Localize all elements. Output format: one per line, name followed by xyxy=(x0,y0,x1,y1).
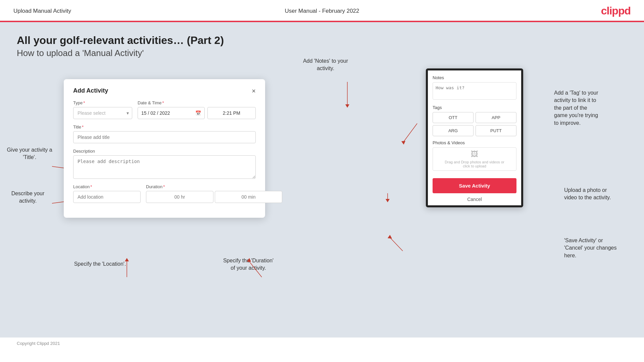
annotation-tags: Add a 'Tag' to youractivity to link it t… xyxy=(554,89,631,127)
photo-drop-zone[interactable]: 🖼 Drag and Drop photos and videos orclic… xyxy=(433,147,516,171)
type-select-wrapper: Please select ▾ xyxy=(73,107,132,119)
duration-inputs xyxy=(146,191,282,203)
photos-label: Photos & Videos xyxy=(433,140,516,145)
datetime-label: Date & Time* xyxy=(138,100,256,105)
photo-drop-text: Drag and Drop photos and videos orclick … xyxy=(445,160,504,168)
type-group: Type* Please select ▾ xyxy=(73,100,132,119)
type-label: Type* xyxy=(73,100,132,105)
svg-line-18 xyxy=(389,237,403,251)
notes-input[interactable] xyxy=(433,82,516,100)
photo-icon: 🖼 xyxy=(471,150,478,159)
annotation-title: Give your activity a'Title'. xyxy=(6,146,53,161)
annotation-description: Describe youractivity. xyxy=(6,190,50,205)
annotation-upload: Upload a photo orvideo to the activity. xyxy=(564,187,631,202)
annotation-notes: Add 'Notes' to youractivity. xyxy=(292,57,359,72)
type-select[interactable]: Please select xyxy=(73,107,132,119)
annotation-location: Specify the 'Location'. xyxy=(73,260,127,268)
tags-label: Tags xyxy=(433,105,516,110)
add-activity-dialog: Add Activity × Type* Please select ▾ Dat… xyxy=(64,79,265,218)
datetime-group: Date & Time* 15 / 02 / 2022 📅 2:21 PM xyxy=(138,100,256,119)
dialog-title: Add Activity xyxy=(73,87,108,94)
tags-grid: OTT APP ARG PUTT xyxy=(433,112,516,136)
title-group: Title* xyxy=(73,124,256,143)
svg-line-14 xyxy=(403,123,417,143)
top-bar: Upload Manual Activity User Manual - Feb… xyxy=(0,0,644,21)
title-input[interactable] xyxy=(73,131,256,143)
description-group: Description xyxy=(73,149,256,179)
page-subtitle: How to upload a 'Manual Activity' xyxy=(17,48,627,58)
copyright-text: Copyright Clippd 2021 xyxy=(17,341,60,346)
notes-label: Notes xyxy=(433,75,516,80)
duration-hr-input[interactable] xyxy=(146,191,213,203)
logo: clippd xyxy=(601,5,631,17)
date-value: 15 / 02 / 2022 xyxy=(141,110,170,116)
svg-marker-13 xyxy=(345,104,349,108)
tag-app[interactable]: APP xyxy=(476,112,516,123)
svg-marker-19 xyxy=(388,235,392,239)
cancel-link[interactable]: Cancel xyxy=(428,193,521,205)
tag-arg[interactable]: ARG xyxy=(433,125,474,136)
save-activity-button[interactable]: Save Activity xyxy=(433,178,516,193)
page-label: Upload Manual Activity xyxy=(13,8,71,14)
duration-min-input[interactable] xyxy=(215,191,282,203)
form-row-type-date: Type* Please select ▾ Date & Time* 15 / … xyxy=(73,100,256,119)
date-time-inputs: 15 / 02 / 2022 📅 2:21 PM xyxy=(138,107,256,119)
title-label: Title* xyxy=(73,124,256,130)
tag-ott[interactable]: OTT xyxy=(433,112,474,123)
location-input[interactable] xyxy=(73,191,141,203)
phone-inner: Notes Tags OTT APP ARG PUTT Photos & Vid… xyxy=(428,70,521,171)
duration-label: Duration* xyxy=(146,184,282,189)
save-section: Save Activity xyxy=(428,175,521,193)
form-row-location-duration: Location* Duration* xyxy=(73,184,256,203)
tags-section: Tags OTT APP ARG PUTT xyxy=(433,105,516,136)
annotation-save: 'Save Activity' or'Cancel' your changesh… xyxy=(564,237,638,259)
phone-panel: Notes Tags OTT APP ARG PUTT Photos & Vid… xyxy=(426,68,523,207)
page-title: All your golf-relevant activities… (Part… xyxy=(17,34,627,47)
annotation-duration: Specify the 'Duration'of your activity. xyxy=(215,257,282,272)
main-content: All your golf-relevant activities… (Part… xyxy=(0,22,644,338)
svg-marker-17 xyxy=(386,199,390,202)
date-input[interactable]: 15 / 02 / 2022 📅 xyxy=(138,107,205,119)
description-input[interactable] xyxy=(73,155,256,179)
duration-group: Duration* xyxy=(146,184,282,203)
calendar-icon: 📅 xyxy=(195,110,201,116)
description-label: Description xyxy=(73,149,256,154)
photos-section: Photos & Videos 🖼 Drag and Drop photos a… xyxy=(433,140,516,171)
dialog-header: Add Activity × xyxy=(73,87,256,94)
manual-label: User Manual - February 2022 xyxy=(285,8,359,14)
svg-marker-15 xyxy=(401,141,405,145)
time-input[interactable]: 2:21 PM xyxy=(207,107,256,119)
location-group: Location* xyxy=(73,184,141,203)
location-label: Location* xyxy=(73,184,141,189)
footer: Copyright Clippd 2021 xyxy=(0,338,644,349)
close-button[interactable]: × xyxy=(252,88,256,94)
tag-putt[interactable]: PUTT xyxy=(476,125,516,136)
